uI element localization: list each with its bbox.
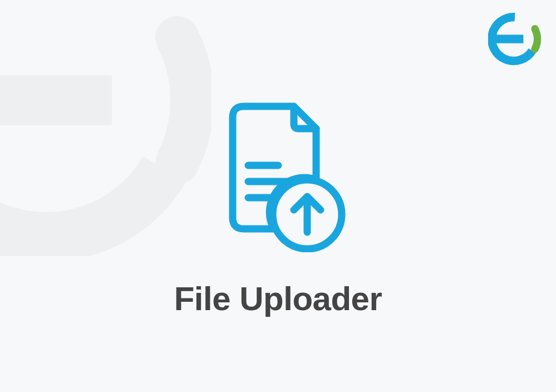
file-upload-icon [200, 96, 356, 254]
page-title: File Uploader [174, 280, 382, 318]
main-content: File Uploader [0, 0, 556, 392]
